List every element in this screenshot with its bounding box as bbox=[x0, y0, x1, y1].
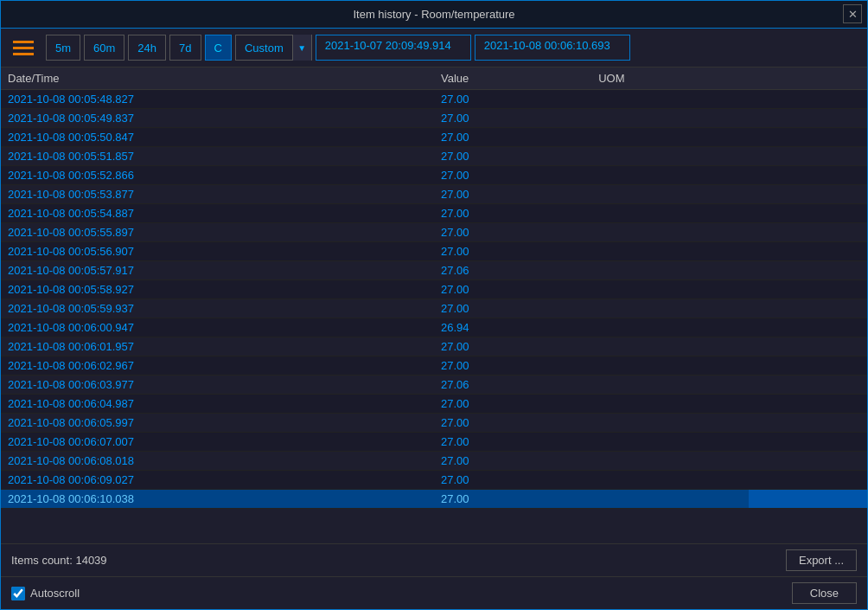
export-button[interactable]: Export ... bbox=[786, 549, 857, 571]
cell-datetime: 2021-10-08 00:06:09.027 bbox=[1, 471, 434, 490]
cell-extra bbox=[749, 223, 867, 242]
table-row[interactable]: 2021-10-08 00:05:49.83727.00 bbox=[1, 109, 867, 128]
table-row[interactable]: 2021-10-08 00:06:05.99727.00 bbox=[1, 414, 867, 433]
cell-value: 27.06 bbox=[434, 376, 591, 395]
cell-value: 27.00 bbox=[434, 242, 591, 261]
table-row[interactable]: 2021-10-08 00:06:07.00727.00 bbox=[1, 433, 867, 452]
table-row[interactable]: 2021-10-08 00:06:01.95727.00 bbox=[1, 337, 867, 356]
col-header-value: Value bbox=[434, 67, 591, 90]
cell-extra bbox=[749, 280, 867, 299]
cell-datetime: 2021-10-08 00:05:53.877 bbox=[1, 185, 434, 204]
table-row[interactable]: 2021-10-08 00:05:54.88727.00 bbox=[1, 204, 867, 223]
cell-datetime: 2021-10-08 00:06:08.018 bbox=[1, 452, 434, 471]
cell-value: 27.00 bbox=[434, 90, 591, 109]
title-bar: Item history - Room/temperature ✕ bbox=[1, 1, 867, 29]
cell-extra bbox=[749, 204, 867, 223]
cell-uom bbox=[591, 147, 749, 166]
table-body: 2021-10-08 00:05:48.82727.002021-10-08 0… bbox=[1, 90, 867, 509]
cell-extra bbox=[749, 356, 867, 376]
cell-datetime: 2021-10-08 00:06:07.007 bbox=[1, 433, 434, 452]
table-row[interactable]: 2021-10-08 00:05:57.91727.06 bbox=[1, 261, 867, 280]
menu-icon[interactable] bbox=[8, 34, 39, 61]
cell-value: 26.94 bbox=[434, 318, 591, 337]
cell-datetime: 2021-10-08 00:05:49.837 bbox=[1, 109, 434, 128]
cell-datetime: 2021-10-08 00:06:10.038 bbox=[1, 490, 434, 509]
footer-bar: Items count: 14039 Export ... bbox=[1, 543, 867, 576]
cell-extra bbox=[749, 414, 867, 433]
cell-uom bbox=[591, 433, 749, 452]
custom-dropdown[interactable]: Custom ▼ bbox=[235, 35, 312, 61]
btn-24h[interactable]: 24h bbox=[128, 35, 166, 61]
autoscroll-text: Autoscroll bbox=[30, 587, 80, 600]
table-row[interactable]: 2021-10-08 00:06:03.97727.06 bbox=[1, 376, 867, 395]
datetime-start-field[interactable]: 2021-10-07 20:09:49.914 bbox=[316, 35, 471, 61]
cell-uom bbox=[591, 223, 749, 242]
table-row[interactable]: 2021-10-08 00:05:53.87727.00 bbox=[1, 185, 867, 204]
table-row[interactable]: 2021-10-08 00:05:56.90727.00 bbox=[1, 242, 867, 261]
cell-datetime: 2021-10-08 00:05:55.897 bbox=[1, 223, 434, 242]
custom-dropdown-arrow-icon[interactable]: ▼ bbox=[292, 35, 311, 61]
cell-extra bbox=[749, 299, 867, 318]
table-row[interactable]: 2021-10-08 00:06:08.01827.00 bbox=[1, 452, 867, 471]
cell-value: 27.00 bbox=[434, 128, 591, 147]
table-header-row: Date/Time Value UOM bbox=[1, 67, 867, 90]
cell-datetime: 2021-10-08 00:05:59.937 bbox=[1, 299, 434, 318]
btn-c[interactable]: C bbox=[205, 35, 232, 61]
cell-value: 27.00 bbox=[434, 223, 591, 242]
close-button[interactable]: Close bbox=[792, 582, 857, 604]
autoscroll-checkbox[interactable] bbox=[11, 587, 25, 600]
table-row[interactable]: 2021-10-08 00:05:52.86627.00 bbox=[1, 166, 867, 185]
cell-extra bbox=[749, 166, 867, 185]
table-row[interactable]: 2021-10-08 00:06:00.94726.94 bbox=[1, 318, 867, 337]
cell-datetime: 2021-10-08 00:06:00.947 bbox=[1, 318, 434, 337]
cell-extra bbox=[749, 471, 867, 490]
hamburger-line-2 bbox=[13, 47, 34, 49]
cell-extra bbox=[749, 318, 867, 337]
datetime-end-field[interactable]: 2021-10-08 00:06:10.693 bbox=[475, 35, 630, 61]
cell-uom bbox=[591, 242, 749, 261]
table-row[interactable]: 2021-10-08 00:06:04.98727.00 bbox=[1, 395, 867, 414]
table-row[interactable]: 2021-10-08 00:05:48.82727.00 bbox=[1, 90, 867, 109]
cell-uom bbox=[591, 376, 749, 395]
cell-value: 27.00 bbox=[434, 356, 591, 376]
table-row[interactable]: 2021-10-08 00:05:58.92727.00 bbox=[1, 280, 867, 299]
cell-uom bbox=[591, 490, 749, 509]
table-row[interactable]: 2021-10-08 00:05:50.84727.00 bbox=[1, 128, 867, 147]
table-row[interactable]: 2021-10-08 00:05:55.89727.00 bbox=[1, 223, 867, 242]
cell-value: 27.00 bbox=[434, 471, 591, 490]
cell-uom bbox=[591, 166, 749, 185]
table-row[interactable]: 2021-10-08 00:06:02.96727.00 bbox=[1, 356, 867, 376]
btn-60m[interactable]: 60m bbox=[84, 35, 124, 61]
cell-value: 27.00 bbox=[434, 433, 591, 452]
table-row[interactable]: 2021-10-08 00:05:59.93727.00 bbox=[1, 299, 867, 318]
table-row[interactable]: 2021-10-08 00:05:51.85727.00 bbox=[1, 147, 867, 166]
btn-7d[interactable]: 7d bbox=[169, 35, 201, 61]
cell-value: 27.06 bbox=[434, 261, 591, 280]
table-row[interactable]: 2021-10-08 00:06:09.02727.00 bbox=[1, 471, 867, 490]
cell-datetime: 2021-10-08 00:06:02.967 bbox=[1, 356, 434, 376]
cell-datetime: 2021-10-08 00:05:57.917 bbox=[1, 261, 434, 280]
main-window: Item history - Room/temperature ✕ 5m 60m… bbox=[0, 0, 868, 610]
autoscroll-label[interactable]: Autoscroll bbox=[11, 587, 80, 600]
cell-uom bbox=[591, 395, 749, 414]
cell-uom bbox=[591, 261, 749, 280]
cell-value: 27.00 bbox=[434, 147, 591, 166]
cell-uom bbox=[591, 109, 749, 128]
cell-datetime: 2021-10-08 00:06:01.957 bbox=[1, 337, 434, 356]
cell-extra bbox=[749, 128, 867, 147]
hamburger-line-1 bbox=[13, 41, 34, 43]
cell-uom bbox=[591, 204, 749, 223]
window-close-button[interactable]: ✕ bbox=[843, 4, 862, 23]
cell-extra bbox=[749, 261, 867, 280]
cell-extra bbox=[749, 376, 867, 395]
table-row[interactable]: 2021-10-08 00:06:10.03827.00 bbox=[1, 490, 867, 509]
btn-5m[interactable]: 5m bbox=[46, 35, 80, 61]
cell-value: 27.00 bbox=[434, 109, 591, 128]
cell-extra bbox=[749, 433, 867, 452]
cell-datetime: 2021-10-08 00:05:58.927 bbox=[1, 280, 434, 299]
history-table-container[interactable]: Date/Time Value UOM 2021-10-08 00:05:48.… bbox=[1, 67, 867, 543]
cell-uom bbox=[591, 471, 749, 490]
cell-uom bbox=[591, 90, 749, 109]
col-header-uom: UOM bbox=[591, 67, 749, 90]
cell-datetime: 2021-10-08 00:05:51.857 bbox=[1, 147, 434, 166]
